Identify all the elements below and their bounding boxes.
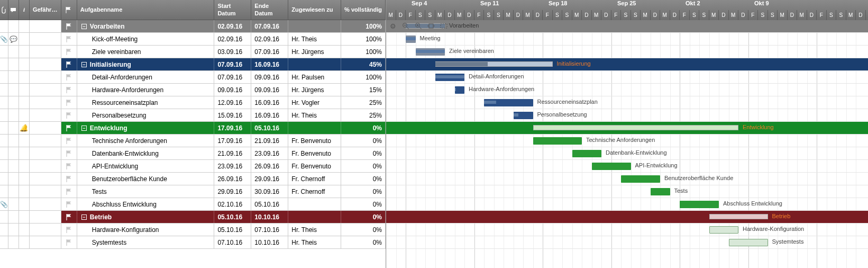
gantt-task-row[interactable]: Ziele vereinbaren: [386, 46, 868, 58]
task-name[interactable]: Ressourceneinsatzplan: [77, 96, 215, 109]
row-info-cell[interactable]: [19, 96, 30, 109]
start-date[interactable]: 02.09.16: [214, 33, 251, 45]
row-risk-cell[interactable]: [30, 109, 61, 121]
row-risk-cell[interactable]: [30, 198, 61, 210]
pct-complete[interactable]: 0%: [341, 198, 386, 210]
row-flag-cell[interactable]: [61, 211, 77, 223]
start-date[interactable]: 07.09.16: [214, 58, 251, 70]
start-date[interactable]: 12.09.16: [214, 96, 251, 109]
row-comment-cell[interactable]: [8, 147, 19, 159]
task-row[interactable]: Hardware-Anforderungen09.09.1609.09.16Hr…: [0, 84, 386, 96]
pct-complete[interactable]: 0%: [341, 224, 386, 236]
start-date[interactable]: 02.09.16: [214, 20, 251, 32]
row-info-cell[interactable]: [19, 20, 30, 32]
task-bar[interactable]: [533, 137, 582, 145]
gantt-task-row[interactable]: Benutzeroberfläche Kunde: [386, 173, 868, 185]
gantt-task-row[interactable]: Hardware-Anforderungen: [386, 84, 868, 96]
task-name[interactable]: Kick-off-Meeting: [77, 33, 215, 45]
task-name[interactable]: −Initialisierung: [77, 58, 215, 70]
start-date[interactable]: 21.09.16: [214, 147, 251, 159]
start-date[interactable]: 17.09.16: [214, 122, 251, 134]
task-name[interactable]: Hardware-Konfiguration: [77, 224, 215, 236]
row-flag-cell[interactable]: [61, 135, 77, 147]
row-attach-cell[interactable]: [0, 147, 8, 159]
col-comment-icon[interactable]: [8, 0, 19, 20]
pct-complete[interactable]: 0%: [341, 173, 386, 185]
start-date[interactable]: 05.10.16: [214, 224, 251, 236]
gantt-group-row[interactable]: Vorarbeiten: [386, 20, 868, 33]
row-info-cell[interactable]: [19, 236, 30, 248]
task-name[interactable]: Technische Anforderungen: [77, 135, 215, 147]
task-name[interactable]: Systemtests: [77, 236, 215, 248]
row-attach-cell[interactable]: [0, 185, 8, 198]
task-row[interactable]: Tests29.09.1630.09.16Fr. Chernoff0%: [0, 185, 386, 198]
row-info-cell[interactable]: [19, 211, 30, 223]
task-row[interactable]: API-Entwicklung23.09.1626.09.16Fr. Benve…: [0, 160, 386, 173]
row-risk-cell[interactable]: [30, 46, 61, 58]
row-attach-cell[interactable]: [0, 46, 8, 58]
row-flag-cell[interactable]: [61, 96, 77, 109]
assigned-to[interactable]: Hr. Jürgens: [288, 46, 341, 58]
row-risk-cell[interactable]: [30, 211, 61, 223]
task-name[interactable]: Datenbank-Entwicklung: [77, 147, 215, 159]
task-row[interactable]: Technische Anforderungen17.09.1621.09.16…: [0, 135, 386, 147]
start-date[interactable]: 23.09.16: [214, 160, 251, 172]
end-date[interactable]: 07.09.16: [251, 20, 288, 32]
collapse-icon[interactable]: −: [81, 62, 87, 67]
assigned-to[interactable]: Hr. Theis: [288, 236, 341, 248]
task-row[interactable]: Ressourceneinsatzplan12.09.1616.09.16Hr.…: [0, 96, 386, 109]
start-date[interactable]: 15.09.16: [214, 109, 251, 121]
end-date[interactable]: 29.09.16: [251, 173, 288, 185]
group-row[interactable]: −Betrieb05.10.1610.10.160%: [0, 211, 386, 224]
row-comment-cell[interactable]: [8, 224, 19, 236]
assigned-to[interactable]: [288, 211, 341, 223]
zoom-selection-icon[interactable]: [439, 21, 449, 31]
summary-bar[interactable]: [533, 125, 739, 130]
row-risk-cell[interactable]: [30, 236, 61, 248]
row-attach-cell[interactable]: [0, 58, 8, 70]
row-flag-cell[interactable]: [61, 33, 77, 45]
end-date[interactable]: 30.09.16: [251, 185, 288, 198]
assigned-to[interactable]: [288, 58, 341, 70]
row-info-cell[interactable]: [19, 71, 30, 83]
col-assigned[interactable]: Zugewiesen zu: [288, 0, 341, 20]
task-name[interactable]: −Betrieb: [77, 211, 215, 223]
fit-icon[interactable]: [426, 21, 436, 31]
start-date[interactable]: 29.09.16: [214, 185, 251, 198]
task-name[interactable]: −Entwicklung: [77, 122, 215, 134]
row-risk-cell[interactable]: [30, 71, 61, 83]
end-date[interactable]: 02.09.16: [251, 33, 288, 45]
end-date[interactable]: 26.09.16: [251, 160, 288, 172]
start-date[interactable]: 07.10.16: [214, 236, 251, 248]
row-comment-cell[interactable]: [8, 96, 19, 109]
start-date[interactable]: 26.09.16: [214, 173, 251, 185]
row-info-cell[interactable]: [19, 160, 30, 172]
assigned-to[interactable]: Hr. Theis: [288, 109, 341, 121]
row-risk-cell[interactable]: [30, 185, 61, 198]
col-end[interactable]: Ende Datum: [251, 0, 288, 20]
pct-complete[interactable]: 0%: [341, 185, 386, 198]
row-comment-cell[interactable]: [8, 71, 19, 83]
task-row[interactable]: Benutzeroberfläche Kunde26.09.1629.09.16…: [0, 173, 386, 185]
row-flag-cell[interactable]: [61, 46, 77, 58]
row-attach-cell[interactable]: [0, 96, 8, 109]
assigned-to[interactable]: Hr. Theis: [288, 33, 341, 45]
row-attach-cell[interactable]: [0, 71, 8, 83]
row-flag-cell[interactable]: [61, 71, 77, 83]
task-bar[interactable]: [651, 188, 670, 195]
row-attach-cell[interactable]: [0, 109, 8, 121]
row-comment-cell[interactable]: [8, 236, 19, 248]
row-attach-cell[interactable]: 📎: [0, 33, 8, 45]
assigned-to[interactable]: Hr. Vogler: [288, 96, 341, 109]
assigned-to[interactable]: Fr. Chernoff: [288, 185, 341, 198]
summary-bar[interactable]: [709, 214, 768, 219]
end-date[interactable]: 16.09.16: [251, 96, 288, 109]
pct-complete[interactable]: 25%: [341, 109, 386, 121]
row-flag-cell[interactable]: [61, 185, 77, 198]
col-taskname[interactable]: Aufgabenname: [77, 0, 215, 20]
col-flag-icon[interactable]: [61, 0, 77, 20]
start-date[interactable]: 17.09.16: [214, 135, 251, 147]
end-date[interactable]: 07.09.16: [251, 46, 288, 58]
task-row[interactable]: Ziele vereinbaren03.09.1607.09.16Hr. Jür…: [0, 46, 386, 58]
assigned-to[interactable]: Hr. Theis: [288, 224, 341, 236]
